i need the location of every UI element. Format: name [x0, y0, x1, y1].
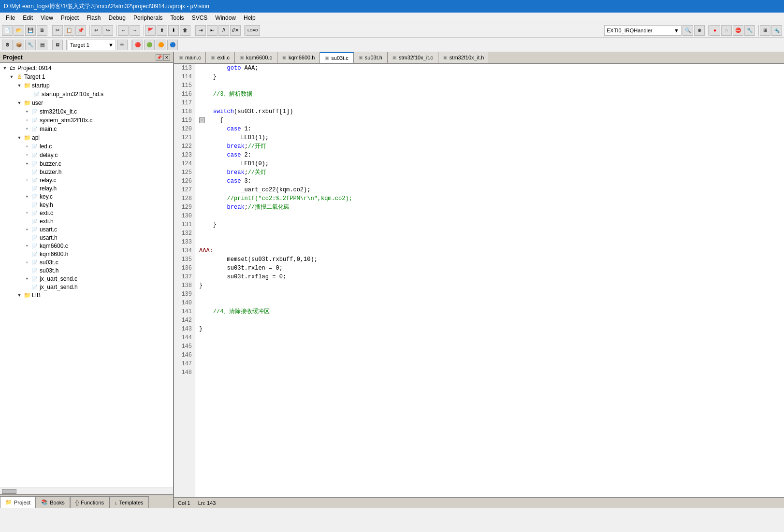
tb2-compile-btn[interactable]: 🟢: [144, 40, 155, 50]
save-button[interactable]: 💾: [25, 25, 36, 36]
copy-button[interactable]: 📋: [64, 25, 74, 36]
load-button[interactable]: LOAD: [246, 25, 260, 36]
tree-main-c[interactable]: + 📄 main.c: [0, 125, 173, 133]
prev-bookmark-button[interactable]: ⬆: [157, 25, 167, 36]
tree-usart-h[interactable]: 📄 usart.h: [0, 234, 173, 242]
tree-kqm6600-h[interactable]: 📄 kqm6600.h: [0, 250, 173, 258]
compile-button[interactable]: ○: [721, 25, 732, 36]
tab-functions[interactable]: {} Functions: [70, 496, 109, 508]
tree-key-h[interactable]: 📄 key.h: [0, 201, 173, 209]
tree-jx-uart-c[interactable]: + 📄 jx_uart_send.c: [0, 274, 173, 283]
window-button[interactable]: ⊞: [760, 25, 770, 36]
tree-expand-kqm[interactable]: +: [23, 242, 31, 250]
save-all-button[interactable]: 🗎: [37, 25, 47, 36]
file-tab-main-c[interactable]: ▣ main.c: [174, 52, 206, 63]
menu-tools[interactable]: Tools: [167, 14, 188, 22]
tree-expand-api[interactable]: ▼: [15, 134, 23, 142]
tree-led-c[interactable]: + 📄 led.c: [0, 142, 173, 151]
tree-expand-delay[interactable]: +: [23, 151, 31, 159]
file-tab-su03t-h[interactable]: ▣ su03t.h: [354, 52, 388, 63]
tree-expand-root[interactable]: ▼: [1, 64, 9, 72]
build-button[interactable]: ●: [710, 25, 720, 36]
clear-bookmarks-button[interactable]: 🗑: [180, 25, 190, 36]
stop-button[interactable]: ⛔: [733, 25, 743, 36]
tb2-btn1[interactable]: ⚙: [2, 40, 13, 50]
file-tab-su03t-c[interactable]: ▣ su03t.c: [320, 52, 353, 63]
tree-expand-user[interactable]: ▼: [15, 99, 23, 107]
menu-flash[interactable]: Flash: [83, 14, 104, 22]
comment-button[interactable]: //: [218, 25, 229, 36]
tree-user-folder[interactable]: ▼ 📁 user: [0, 99, 173, 107]
tree-api-folder[interactable]: ▼ 📁 api: [0, 133, 173, 142]
bookmark-button[interactable]: 🚩: [145, 25, 156, 36]
function-dropdown[interactable]: EXTI0_IRQHandler ▼: [604, 25, 682, 36]
redo-button[interactable]: ↪: [102, 25, 113, 36]
tree-expand-relay[interactable]: +: [23, 176, 31, 184]
tb2-btn2[interactable]: 📦: [14, 40, 24, 50]
file-tab-exti-c[interactable]: ▣ exti.c: [206, 52, 235, 63]
panel-pin-button[interactable]: 📌: [156, 54, 162, 61]
code-content[interactable]: goto AAA; } //3、解析数据 switch(su03t.rxbuff…: [195, 64, 784, 497]
debug-button[interactable]: 🔧: [744, 25, 755, 36]
new-button[interactable]: 📄: [2, 25, 13, 36]
tree-expand-su03t[interactable]: +: [23, 259, 31, 266]
tree-su03t-c[interactable]: + 📄 su03t.c: [0, 258, 173, 267]
tree-startup-file[interactable]: 📄 startup_stm32f10x_hd.s: [0, 90, 173, 99]
tree-target1[interactable]: ▼ 🖥 Target 1: [0, 72, 173, 81]
next-bookmark-button[interactable]: ⬇: [168, 25, 179, 36]
tree-expand-lib[interactable]: ▼: [15, 291, 23, 299]
tree-kqm6600-c[interactable]: + 📄 kqm6600.c: [0, 242, 173, 250]
tree-stm32-it[interactable]: + 📄 stm32f10x_it.c: [0, 107, 173, 116]
menu-file[interactable]: File: [2, 14, 19, 22]
tree-expand-jx[interactable]: +: [23, 275, 31, 283]
tb2-btn6[interactable]: ✏: [117, 40, 128, 50]
tree-startup-folder[interactable]: ▼ 📁 startup: [0, 81, 173, 90]
tree-relay-c[interactable]: + 📄 relay.c: [0, 176, 173, 185]
tree-expand-led[interactable]: +: [23, 143, 31, 150]
menu-peripherals[interactable]: Peripherals: [130, 14, 167, 22]
tb2-btn3[interactable]: 🔧: [25, 40, 36, 50]
nav-fwd-button[interactable]: →: [130, 25, 140, 36]
tb2-btn5[interactable]: 🖥: [52, 40, 63, 50]
tree-buzzer-h[interactable]: 📄 buzzer.h: [0, 168, 173, 176]
tab-books[interactable]: 📚 Books: [36, 496, 70, 508]
tree-expand-exti[interactable]: +: [23, 209, 31, 217]
tree-expand-usart[interactable]: +: [23, 226, 31, 233]
nav-back-button[interactable]: ←: [118, 25, 129, 36]
unindent-button[interactable]: ⇤: [207, 25, 218, 36]
target-dropdown[interactable]: Target 1 ▼: [68, 40, 116, 50]
file-tab-stm32-it-c[interactable]: ▣ stm32f10x_it.c: [388, 52, 438, 63]
tree-delay-c[interactable]: + 📄 delay.c: [0, 151, 173, 159]
tree-expand-system[interactable]: +: [23, 116, 31, 124]
tree-exti-h[interactable]: 📄 exti.h: [0, 217, 173, 225]
file-tab-kqm6600-c[interactable]: ▣ kqm6600.c: [235, 52, 277, 63]
tree-su03t-h[interactable]: 📄 su03t.h: [0, 267, 173, 274]
menu-debug[interactable]: Debug: [105, 14, 130, 22]
tree-usart-c[interactable]: + 📄 usart.c: [0, 225, 173, 234]
tree-expand-buzzer[interactable]: +: [23, 160, 31, 168]
menu-window[interactable]: Window: [211, 14, 240, 22]
find-button[interactable]: 🔍: [682, 25, 693, 36]
tree-key-c[interactable]: + 📄 key.c: [0, 192, 173, 201]
tree-root[interactable]: ▼ 🗂 Project: 0914: [0, 64, 173, 72]
uncomment-button[interactable]: //✕: [230, 25, 241, 36]
open-button[interactable]: 📂: [14, 25, 24, 36]
tree-system[interactable]: + 📄 system_stm32f10x.c: [0, 116, 173, 125]
menu-edit[interactable]: Edit: [19, 14, 37, 22]
tb2-btn4[interactable]: ▤: [37, 40, 47, 50]
menu-svcs[interactable]: SVCS: [188, 14, 212, 22]
collapse-119[interactable]: −: [199, 117, 205, 123]
tree-jx-uart-h[interactable]: 📄 jx_uart_send.h: [0, 283, 173, 291]
tree-buzzer-c[interactable]: + 📄 buzzer.c: [0, 159, 173, 168]
tree-lib-folder[interactable]: ▼ 📁 LIB: [0, 291, 173, 300]
tree-horizontal-scrollbar[interactable]: [0, 488, 173, 494]
tree-expand-startup[interactable]: ▼: [15, 82, 23, 89]
options-button[interactable]: 🔩: [771, 25, 782, 36]
tree-expand-main[interactable]: +: [23, 125, 31, 133]
tree-relay-h[interactable]: 📄 relay.h: [0, 185, 173, 192]
scroll-thumb[interactable]: [2, 489, 16, 494]
menu-view[interactable]: View: [37, 14, 57, 22]
paste-button[interactable]: 📌: [75, 25, 86, 36]
menu-help[interactable]: Help: [240, 14, 260, 22]
tree-expand-stm32it[interactable]: +: [23, 108, 31, 115]
